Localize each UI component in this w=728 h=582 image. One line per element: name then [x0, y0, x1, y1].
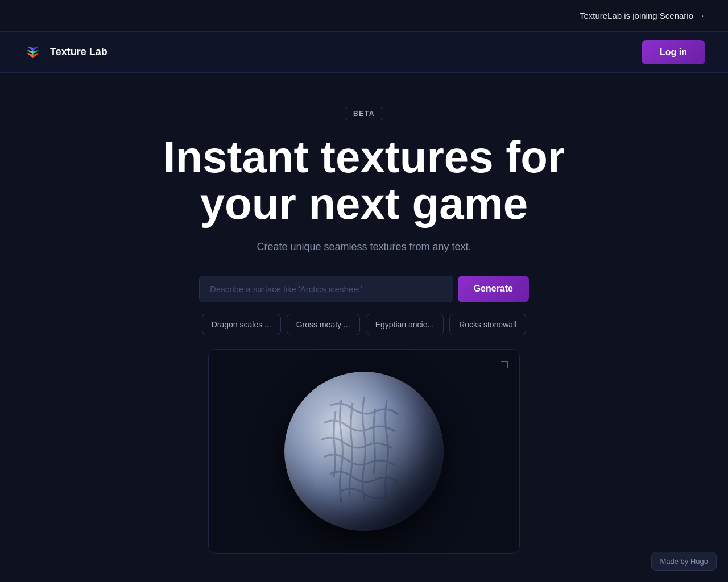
- preview-area: [208, 349, 520, 554]
- generate-button[interactable]: Generate: [458, 276, 529, 302]
- texture-sphere: [284, 372, 444, 531]
- chip-egyptian[interactable]: Egyptian ancie...: [366, 314, 444, 335]
- logo-area: Texture Lab: [23, 42, 107, 63]
- preview-corner-icon: [497, 361, 508, 372]
- chip-dragon-scales[interactable]: Dragon scales ...: [202, 314, 281, 335]
- search-area: Generate: [199, 276, 529, 302]
- navbar: Texture Lab Log in: [0, 32, 728, 73]
- chip-rocks-stonewall[interactable]: Rocks stonewall: [449, 314, 526, 335]
- main-content: BETA Instant textures for your next game…: [0, 73, 728, 554]
- hero-subtitle: Create unique seamless textures from any…: [257, 241, 471, 253]
- beta-badge: BETA: [345, 107, 383, 120]
- logo-icon: [23, 42, 43, 63]
- made-by-badge: Made by Hugo: [651, 552, 717, 571]
- announcement-bar: TextureLab is joining Scenario →: [0, 0, 728, 32]
- login-button[interactable]: Log in: [642, 40, 705, 64]
- announcement-text: TextureLab is joining Scenario: [580, 11, 693, 20]
- hero-title-line1: Instant textures for: [163, 132, 565, 182]
- svg-marker-3: [27, 53, 33, 58]
- logo-text: Texture Lab: [50, 46, 107, 58]
- suggestion-chips: Dragon scales ... Gross meaty ... Egypti…: [202, 314, 527, 335]
- chip-gross-meaty[interactable]: Gross meaty ...: [287, 314, 360, 335]
- sphere-container: [273, 360, 455, 542]
- hero-title-line2: your next game: [200, 178, 528, 228]
- announcement-link[interactable]: TextureLab is joining Scenario →: [580, 11, 705, 20]
- brain-texture-svg: [284, 372, 444, 531]
- search-input[interactable]: [199, 276, 453, 302]
- hero-title: Instant textures for your next game: [163, 134, 565, 227]
- announcement-arrow: →: [697, 11, 705, 20]
